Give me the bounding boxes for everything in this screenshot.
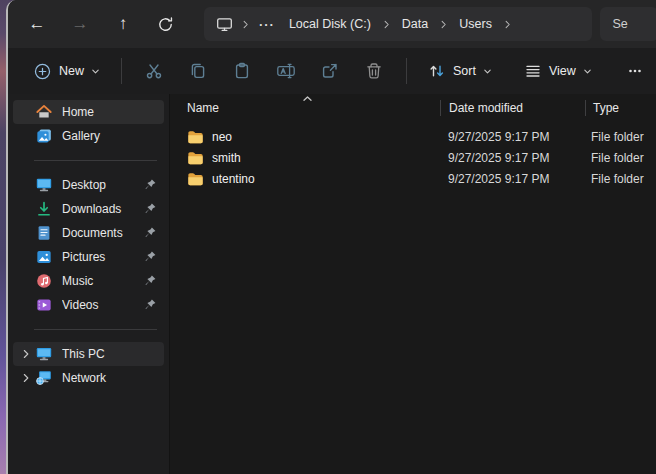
- pin-icon[interactable]: [143, 202, 157, 216]
- file-name: smith: [212, 151, 241, 165]
- window-body: Home Gallery Desktop: [8, 94, 656, 474]
- breadcrumb-chevron-icon: [381, 19, 392, 30]
- sidebar-item-downloads[interactable]: Downloads: [13, 197, 164, 221]
- sidebar-separator: [34, 160, 157, 161]
- file-row-neo[interactable]: neo 9/27/2025 9:17 PM File folder: [170, 126, 656, 147]
- view-button[interactable]: View: [513, 54, 603, 88]
- sidebar-item-label: Music: [62, 274, 143, 288]
- sidebar-item-label: Videos: [62, 298, 143, 312]
- expand-chevron-icon[interactable]: [17, 373, 35, 383]
- breadcrumb-chevron-icon: [502, 19, 513, 30]
- pin-icon[interactable]: [143, 274, 157, 288]
- file-type: File folder: [584, 151, 656, 165]
- pin-icon[interactable]: [143, 226, 157, 240]
- forward-button[interactable]: →: [61, 6, 99, 42]
- sidebar-item-this-pc[interactable]: This PC: [13, 342, 164, 366]
- pin-icon[interactable]: [143, 250, 157, 264]
- back-arrow-icon: ←: [28, 14, 45, 34]
- file-row-smith[interactable]: smith 9/27/2025 9:17 PM File folder: [170, 147, 656, 168]
- sidebar-item-documents[interactable]: Documents: [13, 221, 164, 245]
- sidebar-item-label: Gallery: [62, 129, 157, 143]
- up-arrow-icon: ↑: [119, 14, 128, 34]
- ellipsis-icon: [626, 62, 644, 80]
- videos-icon: [35, 296, 53, 314]
- search-box-text: Se: [612, 17, 627, 31]
- sidebar-item-label: Desktop: [62, 178, 143, 192]
- home-icon: [35, 103, 53, 121]
- toolbar-separator: [121, 58, 122, 84]
- search-box[interactable]: Se: [600, 7, 656, 41]
- sidebar-item-label: Home: [62, 105, 157, 119]
- column-header-type[interactable]: Type: [586, 101, 656, 115]
- navigation-pane: Home Gallery Desktop: [8, 94, 170, 474]
- back-button[interactable]: ←: [18, 6, 56, 42]
- sidebar-item-gallery[interactable]: Gallery: [13, 124, 164, 148]
- chevron-down-icon: [91, 67, 100, 76]
- pin-icon[interactable]: [143, 298, 157, 312]
- breadcrumb-overflow[interactable]: ···: [253, 17, 281, 32]
- refresh-icon: [157, 16, 174, 33]
- file-row-utentino[interactable]: utentino 9/27/2025 9:17 PM File folder: [170, 168, 656, 189]
- sidebar-item-pictures[interactable]: Pictures: [13, 245, 164, 269]
- more-options-button[interactable]: [613, 54, 656, 88]
- sidebar-item-label: Downloads: [62, 202, 143, 216]
- chevron-down-icon: [483, 67, 492, 76]
- paste-button[interactable]: [220, 54, 264, 88]
- sidebar-item-desktop[interactable]: Desktop: [13, 173, 164, 197]
- share-icon: [320, 61, 340, 81]
- desktop-icon: [35, 176, 53, 194]
- sidebar-item-label: Network: [62, 371, 157, 385]
- file-name: utentino: [212, 172, 255, 186]
- folder-icon: [187, 150, 204, 166]
- new-button[interactable]: New: [22, 54, 111, 88]
- toolbar-separator: [406, 58, 407, 84]
- delete-button[interactable]: [352, 54, 396, 88]
- navigation-bar: ← → ↑ ··· Local Disk (C:) Data Users Se: [8, 0, 656, 48]
- paste-icon: [232, 61, 252, 81]
- breadcrumb-item-local-disk[interactable]: Local Disk (C:): [281, 17, 379, 31]
- breadcrumb-item-data[interactable]: Data: [394, 17, 436, 31]
- sidebar-item-music[interactable]: Music: [13, 269, 164, 293]
- rename-button[interactable]: [264, 54, 308, 88]
- sidebar-item-home[interactable]: Home: [13, 100, 164, 124]
- music-icon: [35, 272, 53, 290]
- sidebar-item-videos[interactable]: Videos: [13, 293, 164, 317]
- address-bar[interactable]: ··· Local Disk (C:) Data Users: [204, 7, 593, 41]
- downloads-icon: [35, 200, 53, 218]
- file-list-pane: Name Date modified Type neo 9/27/2025 9:…: [170, 94, 656, 474]
- up-button[interactable]: ↑: [104, 6, 142, 42]
- sidebar-item-network[interactable]: Network: [13, 366, 164, 390]
- sort-ascending-caret-icon: [302, 94, 313, 102]
- rename-icon: [276, 61, 296, 81]
- file-date-modified: 9/27/2025 9:17 PM: [440, 172, 584, 186]
- sidebar-item-label: Pictures: [62, 250, 143, 264]
- column-header-date-modified[interactable]: Date modified: [441, 101, 585, 115]
- this-pc-monitor-icon: [216, 15, 234, 33]
- file-date-modified: 9/27/2025 9:17 PM: [440, 130, 584, 144]
- cut-button[interactable]: [132, 54, 176, 88]
- file-explorer-window: ← → ↑ ··· Local Disk (C:) Data Users Se: [6, 0, 656, 474]
- view-button-label: View: [549, 64, 576, 78]
- chevron-down-icon: [583, 67, 592, 76]
- view-list-icon: [524, 62, 542, 80]
- breadcrumb-item-users[interactable]: Users: [451, 17, 500, 31]
- copy-icon: [188, 61, 208, 81]
- file-name: neo: [212, 130, 232, 144]
- forward-arrow-icon: →: [71, 14, 88, 34]
- file-type: File folder: [584, 130, 656, 144]
- sidebar-item-label: This PC: [62, 347, 157, 361]
- documents-icon: [35, 224, 53, 242]
- network-icon: [35, 369, 53, 387]
- sort-button[interactable]: Sort: [417, 54, 503, 88]
- expand-chevron-icon[interactable]: [17, 349, 35, 359]
- sort-arrows-icon: [428, 62, 446, 80]
- pictures-icon: [35, 248, 53, 266]
- folder-icon: [187, 171, 204, 187]
- refresh-button[interactable]: [147, 6, 185, 42]
- share-button[interactable]: [308, 54, 352, 88]
- copy-button[interactable]: [176, 54, 220, 88]
- file-date-modified: 9/27/2025 9:17 PM: [440, 151, 584, 165]
- column-header-name[interactable]: Name: [170, 101, 440, 115]
- pin-icon[interactable]: [143, 178, 157, 192]
- breadcrumb-chevron-icon: [240, 19, 251, 30]
